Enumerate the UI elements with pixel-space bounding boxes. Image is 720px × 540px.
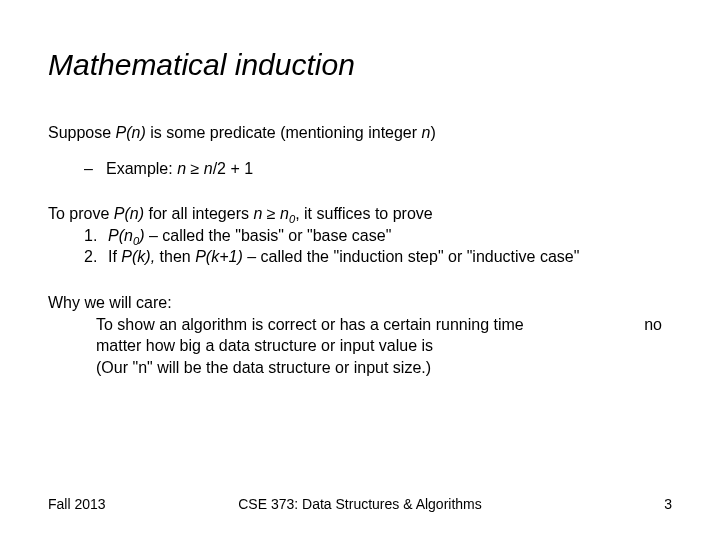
footer-page-number: 3 [664,496,672,512]
text: ) [430,124,435,141]
pk: P(k), [121,248,155,265]
why-line-3: (Our "n" will be the data structure or i… [48,357,672,379]
text: , it suffices to prove [295,205,433,222]
why-heading: Why we will care: [48,292,672,314]
step-1: 1.P(n0) – called the "basis" or "base ca… [48,225,672,247]
footer-center: CSE 373: Data Structures & Algorithms [238,496,482,512]
text: To show an algorithm is correct or has a… [96,314,626,336]
slide-title: Mathematical induction [48,48,672,82]
var-n: n [253,205,262,222]
prove-intro: To prove P(n) for all integers n ≥ n0, i… [48,203,672,225]
text-no: no [644,314,662,336]
text: To prove [48,205,114,222]
slide-body: Suppose P(n) is some predicate (mentioni… [48,122,672,378]
text: Example: [106,160,177,177]
text: Suppose [48,124,116,141]
example-line: Example: n ≥ n/2 + 1 [48,158,672,180]
why-line-2: matter how big a data structure or input… [48,335,672,357]
text: P(n [108,227,133,244]
var-n0: n0 [280,205,295,222]
why-line-1: To show an algorithm is correct or has a… [48,314,672,336]
text: If [108,248,121,265]
step-number: 2. [84,246,108,268]
prove-block: To prove P(n) for all integers n ≥ n0, i… [48,203,672,268]
var-n: n [177,160,186,177]
text: n [280,205,289,222]
footer-left: Fall 2013 [48,496,106,512]
slide-footer: Fall 2013 CSE 373: Data Structures & Alg… [48,496,672,512]
text: /2 + 1 [213,160,253,177]
step-number: 1. [84,225,108,247]
text: is some predicate (mentioning integer [146,124,422,141]
slide-content: Mathematical induction Suppose P(n) is s… [0,0,720,378]
text: ≥ [186,160,204,177]
text: ≥ [262,205,280,222]
pn: P(n) [114,205,144,222]
pn: P(n) [116,124,146,141]
why-block: Why we will care: To show an algorithm i… [48,292,672,378]
pn0: P(n0) [108,227,144,244]
text: – called the "basis" or "base case" [144,227,391,244]
var-n: n [204,160,213,177]
text: then [155,248,195,265]
text: for all integers [144,205,253,222]
suppose-line: Suppose P(n) is some predicate (mentioni… [48,122,672,144]
pk1: P(k+1) [195,248,243,265]
step-2: 2.If P(k), then P(k+1) – called the "ind… [48,246,672,268]
text: – called the "induction step" or "induct… [243,248,580,265]
